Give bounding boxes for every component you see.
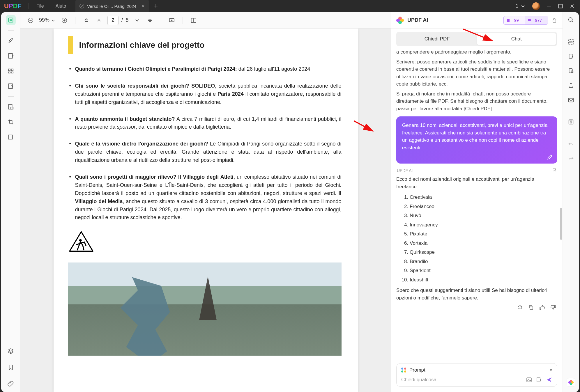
bookmark-icon[interactable] xyxy=(6,362,16,372)
page-canvas[interactable]: Informazioni chiave del progetto Quando … xyxy=(20,29,391,392)
right-rail: OCR xyxy=(563,12,579,392)
regenerate-icon[interactable] xyxy=(517,304,523,310)
crop-tool-icon[interactable] xyxy=(6,117,16,127)
new-tab-button[interactable]: + xyxy=(154,2,158,10)
list-item: Freelanceo xyxy=(410,202,557,211)
tab-chat[interactable]: Chat xyxy=(477,33,556,45)
chevron-down-icon xyxy=(51,18,56,23)
zoom-out-button[interactable] xyxy=(26,16,35,25)
share-icon[interactable] xyxy=(567,82,575,89)
heading-accent xyxy=(68,36,73,54)
user-message: Genera 10 nomi aziendali accattivanti, b… xyxy=(396,116,557,164)
chevron-down-icon: ▾ xyxy=(550,367,552,373)
list-item: Ideashift xyxy=(410,275,557,285)
window-maximize[interactable] xyxy=(558,3,563,9)
svg-rect-23 xyxy=(537,378,540,382)
tab-title: Verso le Oli... Parigi 2024 xyxy=(87,4,136,9)
zoom-dropdown[interactable]: 99% xyxy=(39,17,56,23)
comment-tool-icon[interactable] xyxy=(6,36,16,46)
svg-rect-8 xyxy=(8,104,12,109)
menu-help[interactable]: Aiuto xyxy=(50,3,72,9)
last-page-button[interactable] xyxy=(146,16,154,25)
prev-page-button[interactable] xyxy=(95,16,103,25)
save-icon[interactable] xyxy=(567,118,575,126)
search-icon[interactable] xyxy=(567,16,575,24)
avatar[interactable] xyxy=(532,2,540,10)
present-button[interactable] xyxy=(167,16,176,25)
first-page-button[interactable] xyxy=(82,16,91,25)
thumbs-up-icon[interactable] xyxy=(539,304,545,310)
window-close[interactable] xyxy=(570,3,575,9)
list-item: Nuvò xyxy=(410,211,557,220)
ocr-icon[interactable]: OCR xyxy=(567,38,575,46)
account-menu[interactable]: 1 xyxy=(516,3,526,9)
email-icon[interactable] xyxy=(567,96,575,104)
svg-rect-6 xyxy=(11,72,13,73)
ai-shortcut-icon[interactable] xyxy=(567,378,575,387)
page-input[interactable] xyxy=(107,16,119,25)
layers-icon[interactable] xyxy=(6,346,16,356)
ai-mode-tabs: Chiedi PDF Chat xyxy=(396,32,557,46)
convert-icon[interactable] xyxy=(567,53,575,60)
svg-rect-3 xyxy=(8,69,10,71)
chat-icon xyxy=(528,19,531,22)
form-tool-icon[interactable] xyxy=(6,81,16,91)
page-total: 8 xyxy=(125,17,128,23)
svg-rect-18 xyxy=(528,19,531,21)
svg-rect-14 xyxy=(191,18,193,22)
redact-tool-icon[interactable] xyxy=(6,132,16,142)
token-counter[interactable]: 99 977 xyxy=(503,16,548,25)
svg-rect-7 xyxy=(8,84,12,89)
list-item: Creativaia xyxy=(410,193,557,202)
tab-close-icon[interactable]: × xyxy=(142,3,145,9)
ai-panel: UPDF AI 99 977 Chiedi PDF Chat a compren… xyxy=(391,12,563,392)
expand-icon[interactable] xyxy=(551,168,557,174)
reader-mode-icon[interactable] xyxy=(6,15,16,25)
paris-aerial-photo xyxy=(68,262,342,356)
scrollbar-thumb[interactable] xyxy=(560,208,562,240)
tab-ask-pdf[interactable]: Chiedi PDF xyxy=(397,33,477,45)
edit-message-icon[interactable] xyxy=(547,154,553,160)
svg-rect-33 xyxy=(570,120,572,121)
view-mode-button[interactable] xyxy=(189,16,198,25)
redo-icon[interactable] xyxy=(567,155,575,162)
tab-doc-icon xyxy=(79,4,84,8)
bullet-2: Chi sono le società responsabili dei gio… xyxy=(68,82,342,107)
attachment-icon[interactable] xyxy=(6,379,16,389)
compress-icon[interactable] xyxy=(567,67,575,75)
send-button[interactable] xyxy=(546,377,552,383)
bullet-5: Quali sono i progetti di maggior rilievo… xyxy=(68,173,342,222)
toolbar: 99% / 8 xyxy=(20,12,391,29)
protect-tool-icon[interactable] xyxy=(6,102,16,112)
clip-attach-icon[interactable] xyxy=(536,377,542,383)
page-tool-icon[interactable] xyxy=(6,66,16,76)
image-attach-icon[interactable] xyxy=(526,377,532,383)
ai-response: Ecco dieci nomi aziendali originali e ac… xyxy=(396,175,557,310)
system-message: Si prega di notare che in modalità [chat… xyxy=(396,90,557,113)
window-minimize[interactable] xyxy=(546,3,551,9)
next-page-button[interactable] xyxy=(133,16,142,25)
lock-icon[interactable] xyxy=(551,17,557,23)
list-item: Quirkscape xyxy=(410,248,557,257)
svg-rect-2 xyxy=(8,54,12,58)
ai-label: UPDF AI xyxy=(397,168,413,174)
document-tab[interactable]: Verso le Oli... Parigi 2024 × xyxy=(75,0,149,12)
copy-icon[interactable] xyxy=(528,304,534,310)
svg-rect-17 xyxy=(507,19,510,22)
zoom-in-button[interactable] xyxy=(60,16,69,25)
prompt-selector[interactable]: Prompt ▾ xyxy=(401,367,552,373)
chat-scroll-area[interactable]: a comprendere e padroneggiare meglio l'a… xyxy=(391,46,563,359)
svg-rect-5 xyxy=(8,72,10,73)
chat-input[interactable]: Chiedi qualcosa xyxy=(401,377,526,383)
list-item: Brandilo xyxy=(410,257,557,266)
prompt-label: Prompt xyxy=(409,367,425,373)
edit-tool-icon[interactable] xyxy=(6,51,16,61)
undo-icon[interactable] xyxy=(567,140,575,148)
app-logo: UPDF xyxy=(4,2,22,10)
svg-rect-4 xyxy=(11,69,13,71)
svg-point-24 xyxy=(568,18,572,22)
list-item: Innovagency xyxy=(410,220,557,230)
svg-rect-15 xyxy=(194,18,196,22)
menu-file[interactable]: File xyxy=(31,3,50,9)
thumbs-down-icon[interactable] xyxy=(550,304,556,310)
